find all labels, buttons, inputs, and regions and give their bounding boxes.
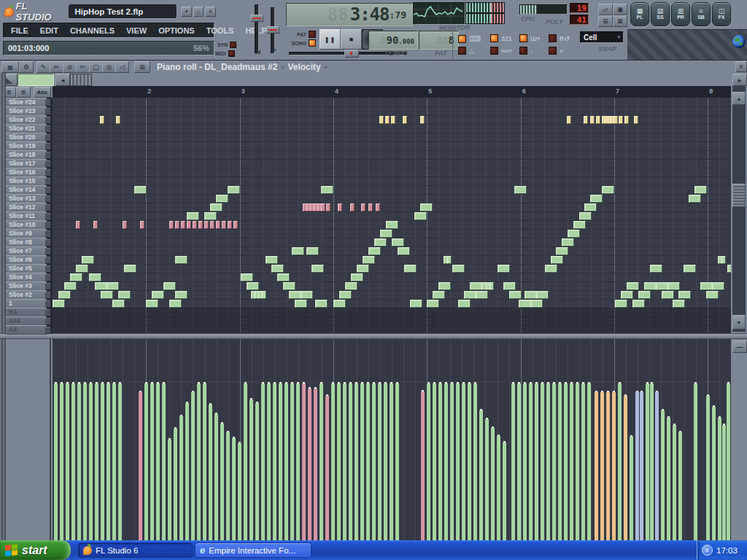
menu-edit[interactable]: EDIT — [34, 24, 64, 37]
shuttle-slider[interactable] — [344, 50, 359, 58]
countdown-led[interactable] — [490, 34, 498, 42]
note[interactable] — [124, 265, 136, 273]
note[interactable] — [292, 247, 304, 255]
pause-button[interactable]: ❚❚ — [320, 29, 341, 50]
key-cell[interactable] — [45, 195, 50, 203]
note[interactable] — [204, 221, 209, 229]
velocity-bar[interactable] — [433, 381, 436, 540]
playback-tool-button[interactable]: ◁ — [115, 61, 129, 73]
note[interactable] — [345, 282, 357, 290]
note[interactable] — [452, 265, 465, 273]
note[interactable] — [107, 282, 119, 290]
note[interactable] — [271, 265, 284, 273]
note[interactable] — [584, 203, 597, 211]
key-cell[interactable] — [45, 283, 50, 290]
key-cell[interactable] — [45, 248, 50, 255]
key-cell[interactable] — [45, 160, 50, 168]
master-pitch-slider[interactable] — [266, 26, 279, 34]
note[interactable] — [152, 291, 164, 299]
tray-chevron-icon[interactable]: ‹ — [702, 545, 713, 556]
slice-tool-button[interactable]: ✄ — [76, 61, 90, 73]
window-close-button[interactable]: × — [205, 7, 216, 17]
velocity-bar[interactable] — [517, 381, 521, 540]
velocity-bar[interactable] — [661, 408, 665, 540]
velocity-bar[interactable] — [444, 381, 448, 540]
note[interactable] — [489, 282, 494, 290]
velocity-bar[interactable] — [635, 390, 639, 540]
midi-indicator[interactable]: MIDI — [215, 50, 235, 57]
pianoroll-title[interactable]: Piano roll - DL_Deadmaus #2 ▾ Velocity ▾ — [157, 62, 328, 72]
menu-channels[interactable]: CHANNELS — [64, 24, 120, 37]
velocity-bar[interactable] — [285, 381, 288, 540]
key-cell[interactable] — [45, 125, 50, 133]
tempo-display[interactable]: 8 90 .000 — [368, 31, 418, 50]
velocity-bar[interactable] — [226, 430, 230, 540]
note[interactable] — [64, 282, 77, 290]
key-cell[interactable] — [45, 318, 50, 325]
note[interactable] — [361, 203, 365, 211]
note[interactable] — [187, 212, 199, 220]
slice-label[interactable]: A4 — [6, 325, 47, 335]
velocity-bar[interactable] — [238, 441, 241, 540]
note[interactable] — [277, 273, 290, 281]
step-record-led[interactable] — [549, 34, 557, 42]
scrollbar-thumb[interactable] — [732, 184, 746, 207]
window-rollup-button[interactable]: ▾ — [181, 7, 192, 17]
velocity-bar[interactable] — [655, 390, 659, 540]
key-cell[interactable] — [45, 204, 50, 211]
velocity-bar[interactable] — [570, 381, 573, 540]
note[interactable] — [82, 256, 94, 264]
velocity-bar[interactable] — [118, 381, 122, 540]
stop-button[interactable]: ■ — [341, 29, 362, 50]
velocity-bar[interactable] — [612, 390, 616, 540]
note[interactable] — [93, 221, 98, 229]
note[interactable] — [379, 116, 384, 124]
velocity-bar[interactable] — [372, 381, 376, 540]
pencil-tool-button[interactable]: ✎ — [36, 61, 50, 73]
note[interactable] — [216, 221, 220, 229]
timeline-ruler[interactable]: 2345678 — [53, 86, 731, 98]
note[interactable] — [420, 203, 433, 211]
chevron-down-icon[interactable]: ▾ — [325, 64, 328, 71]
velocity-bar[interactable] — [343, 381, 347, 540]
note[interactable] — [321, 203, 325, 211]
note[interactable] — [357, 265, 369, 273]
note[interactable] — [519, 300, 531, 308]
note[interactable] — [146, 300, 158, 308]
velocity-bar[interactable] — [162, 381, 166, 540]
note[interactable] — [644, 282, 657, 290]
velocity-bar[interactable] — [214, 412, 218, 540]
note[interactable] — [326, 203, 330, 211]
velocity-bar[interactable] — [529, 381, 533, 540]
note[interactable] — [615, 300, 627, 308]
key-cell[interactable] — [45, 222, 50, 229]
velocity-bar[interactable] — [331, 381, 335, 540]
note[interactable] — [458, 300, 471, 308]
launcher-sb-button[interactable]: ≡SB — [692, 2, 711, 26]
velocity-bar[interactable] — [722, 423, 726, 540]
velocity-bar[interactable] — [727, 381, 730, 540]
key-cell[interactable] — [45, 178, 50, 185]
note[interactable] — [721, 256, 726, 264]
note[interactable] — [210, 203, 222, 211]
window-left-grip[interactable] — [0, 73, 6, 540]
wrench-icon[interactable]: ⚙ — [19, 61, 34, 73]
open-file-button[interactable]: ▱ — [598, 4, 613, 15]
note[interactable] — [175, 256, 187, 264]
note[interactable] — [525, 291, 537, 299]
note[interactable] — [100, 116, 104, 124]
close-icon[interactable]: × — [735, 61, 747, 72]
song-mode-row[interactable]: SONG — [289, 39, 316, 47]
note[interactable] — [241, 273, 253, 281]
note[interactable] — [470, 282, 482, 290]
note[interactable] — [76, 265, 88, 273]
velocity-bar[interactable] — [174, 427, 177, 540]
note[interactable] — [596, 116, 600, 124]
taskbar-clock[interactable]: 17:03 — [716, 546, 738, 555]
task-button-empire[interactable]: e Empire Interactive Fo... — [195, 542, 311, 558]
note[interactable] — [112, 300, 125, 308]
velocity-bar[interactable] — [249, 397, 253, 540]
menu-view[interactable]: VIEW — [120, 24, 152, 37]
globe-icon[interactable] — [732, 35, 746, 48]
launcher-pr-button[interactable]: ▥PR — [671, 2, 690, 26]
